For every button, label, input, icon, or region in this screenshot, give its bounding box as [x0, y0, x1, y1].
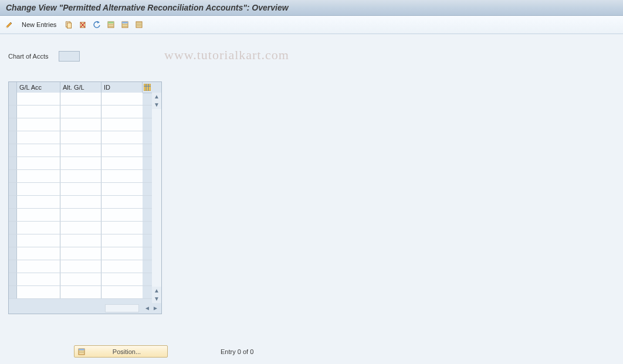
cell-alt-gl[interactable]	[60, 183, 101, 195]
cell-alt-gl[interactable]	[60, 234, 101, 247]
deselect-all-icon[interactable]	[133, 19, 145, 30]
row-selector[interactable]	[9, 106, 17, 118]
svg-rect-18	[144, 84, 151, 91]
table-vertical-scrollbar[interactable]: ▲ ▼ ▲ ▼	[152, 93, 161, 303]
cell-alt-gl[interactable]	[60, 144, 101, 157]
table-horizontal-scrollbar[interactable]: ◄ ►	[9, 303, 161, 314]
cell-gl-acc[interactable]	[17, 118, 60, 131]
scroll-down-icon[interactable]: ▼	[153, 295, 161, 303]
cell-id[interactable]	[101, 131, 143, 144]
cell-gl-acc[interactable]	[17, 196, 60, 208]
cell-gl-acc[interactable]	[17, 170, 60, 182]
cell-alt-gl[interactable]	[60, 222, 101, 234]
cell-gl-acc[interactable]	[17, 144, 60, 157]
new-entries-button[interactable]: New Entries	[18, 18, 60, 31]
column-header-id[interactable]: ID	[101, 82, 143, 93]
cell-gl-acc[interactable]	[17, 247, 60, 260]
cell-id[interactable]	[101, 260, 143, 273]
cell-alt-gl[interactable]	[60, 260, 101, 273]
cell-gl-acc[interactable]	[17, 93, 60, 105]
cell-id[interactable]	[101, 118, 143, 131]
cell-gl-acc[interactable]	[17, 222, 60, 234]
cell-gl-acc[interactable]	[17, 131, 60, 144]
hscroll-right-icon[interactable]: ►	[152, 305, 159, 312]
row-selector[interactable]	[9, 170, 17, 182]
cell-gl-acc[interactable]	[17, 183, 60, 195]
hscroll-left-icon[interactable]: ◄	[144, 305, 151, 312]
cell-gl-acc[interactable]	[17, 286, 60, 298]
work-area: www.tutorialkart.com Chart of Accts G/L …	[0, 34, 623, 364]
copy-as-icon[interactable]	[63, 19, 75, 30]
row-selector[interactable]	[9, 260, 17, 273]
select-block-icon[interactable]	[119, 19, 131, 30]
cell-alt-gl[interactable]	[60, 196, 101, 208]
cell-id[interactable]	[101, 234, 143, 247]
row-selector[interactable]	[9, 209, 17, 221]
scroll-down-step-icon[interactable]: ▼	[153, 101, 161, 109]
table-row	[9, 247, 152, 260]
cell-id[interactable]	[101, 209, 143, 221]
cell-id[interactable]	[101, 157, 143, 169]
cell-id[interactable]	[101, 222, 143, 234]
row-selector[interactable]	[9, 93, 17, 105]
cell-gl-acc[interactable]	[17, 234, 60, 247]
cell-alt-gl[interactable]	[60, 209, 101, 221]
select-all-icon[interactable]	[105, 19, 117, 30]
table-configure-icon[interactable]	[143, 82, 152, 93]
undo-change-icon[interactable]	[91, 19, 103, 30]
cell-gl-acc[interactable]	[17, 209, 60, 221]
position-button[interactable]: Position...	[74, 345, 168, 358]
scroll-up-icon[interactable]: ▲	[153, 93, 161, 101]
column-header-alt-gl[interactable]: Alt. G/L	[60, 82, 101, 93]
table-row	[9, 93, 152, 106]
footer-row: Position... Entry 0 of 0	[0, 345, 615, 358]
select-all-rows-corner[interactable]	[9, 82, 17, 93]
cell-id[interactable]	[101, 93, 143, 105]
cell-id[interactable]	[101, 144, 143, 157]
cell-id[interactable]	[101, 170, 143, 182]
cell-alt-gl[interactable]	[60, 106, 101, 118]
cell-gl-acc[interactable]	[17, 106, 60, 118]
row-selector[interactable]	[9, 183, 17, 195]
watermark-text: www.tutorialkart.com	[164, 47, 289, 63]
svg-rect-13	[122, 26, 128, 27]
cell-id[interactable]	[101, 183, 143, 195]
svg-marker-5	[97, 21, 100, 23]
cell-alt-gl[interactable]	[60, 286, 101, 298]
cell-alt-gl[interactable]	[60, 157, 101, 169]
cell-id[interactable]	[101, 273, 143, 285]
cell-alt-gl[interactable]	[60, 273, 101, 285]
cell-id[interactable]	[101, 106, 143, 118]
cell-alt-gl[interactable]	[60, 247, 101, 260]
row-selector[interactable]	[9, 118, 17, 131]
cell-alt-gl[interactable]	[60, 170, 101, 182]
table-row	[9, 286, 152, 299]
hscroll-track[interactable]	[105, 304, 139, 312]
svg-rect-24	[79, 351, 84, 351]
row-selector[interactable]	[9, 273, 17, 285]
cell-alt-gl[interactable]	[60, 93, 101, 105]
row-selector[interactable]	[9, 157, 17, 169]
scroll-up-step-icon[interactable]: ▲	[153, 287, 161, 295]
table-row	[9, 234, 152, 247]
cell-gl-acc[interactable]	[17, 260, 60, 273]
cell-alt-gl[interactable]	[60, 118, 101, 131]
row-selector[interactable]	[9, 234, 17, 247]
toggle-display-change-icon[interactable]	[4, 19, 15, 30]
row-selector[interactable]	[9, 131, 17, 144]
cell-gl-acc[interactable]	[17, 273, 60, 285]
cell-id[interactable]	[101, 196, 143, 208]
row-selector[interactable]	[9, 222, 17, 234]
cell-id[interactable]	[101, 286, 143, 298]
cell-alt-gl[interactable]	[60, 131, 101, 144]
row-selector[interactable]	[9, 144, 17, 157]
row-selector[interactable]	[9, 286, 17, 298]
cell-id[interactable]	[101, 247, 143, 260]
scroll-track[interactable]	[152, 109, 161, 287]
delete-icon[interactable]	[77, 19, 89, 30]
cell-gl-acc[interactable]	[17, 157, 60, 169]
page-title: Change View "Permitted Alternative Recon…	[0, 0, 623, 16]
column-header-gl-acc[interactable]: G/L Acc	[17, 82, 60, 93]
row-selector[interactable]	[9, 247, 17, 260]
row-selector[interactable]	[9, 196, 17, 208]
